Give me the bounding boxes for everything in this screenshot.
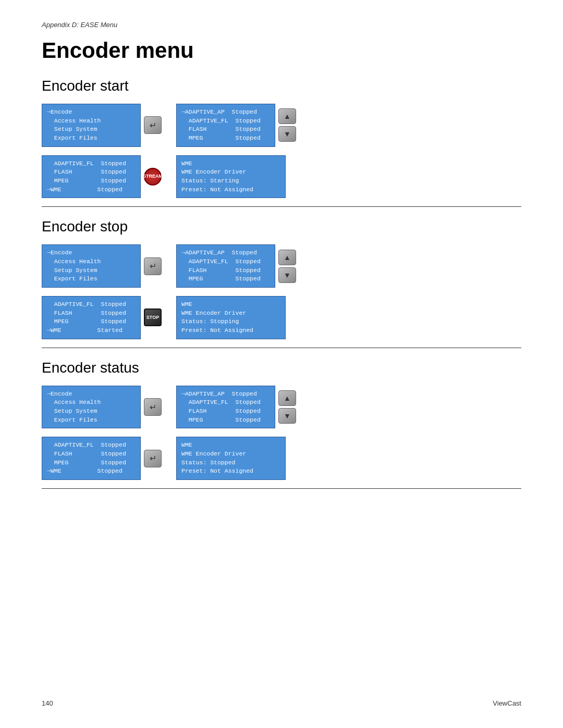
stop-row1-right: →ADAPTIVE_AP Stopped ADAPTIVE_FL Stopped… [176, 244, 296, 288]
start-left-screen-2: ADAPTIVE_FL Stopped FLASH Stopped MPEG S… [42, 155, 141, 199]
stop-left-screen-2: ADAPTIVE_FL Stopped FLASH Stopped MPEG S… [42, 296, 141, 339]
section-title-status: Encoder status [42, 360, 521, 376]
status-info-screen-2: WME WME Encoder Driver Status: Stopped P… [176, 437, 286, 480]
nav-buttons-stop1[interactable]: ▲ ▼ [278, 250, 296, 283]
nav-up-start1[interactable]: ▲ [278, 108, 296, 124]
status-row2-left: ADAPTIVE_FL Stopped FLASH Stopped MPEG S… [42, 437, 162, 480]
page-title: Encoder menu [42, 38, 521, 63]
status-row2-right: WME WME Encoder Driver Status: Stopped P… [176, 437, 286, 480]
encoder-stop-section: Encoder stop →Encode Access Health Setup… [42, 218, 521, 339]
footer: 140 ViewCast [42, 699, 521, 707]
encoder-start-section: Encoder start →Encode Access Health Setu… [42, 78, 521, 198]
status-row-1: →Encode Access Health Setup System Expor… [42, 386, 521, 429]
nav-down-start1[interactable]: ▼ [278, 126, 296, 142]
start-row-2: ADAPTIVE_FL Stopped FLASH Stopped MPEG S… [42, 155, 521, 199]
divider-status [42, 488, 521, 489]
section-title-start: Encoder start [42, 78, 521, 94]
start-row-1: →Encode Access Health Setup System Expor… [42, 104, 521, 147]
enter-button-stop1[interactable]: ↵ [144, 257, 162, 275]
start-right-screen-1: →ADAPTIVE_AP Stopped ADAPTIVE_FL Stopped… [176, 104, 275, 147]
stop-row-1: →Encode Access Health Setup System Expor… [42, 244, 521, 288]
status-row1-left: →Encode Access Health Setup System Expor… [42, 386, 162, 429]
status-left-screen-2: ADAPTIVE_FL Stopped FLASH Stopped MPEG S… [42, 437, 141, 480]
section-title-stop: Encoder stop [42, 218, 521, 235]
stop-row2-right: WME WME Encoder Driver Status: Stopping … [176, 296, 286, 339]
enter-button-start1[interactable]: ↵ [144, 116, 162, 134]
start-info-screen-2: WME WME Encoder Driver Status: Starting … [176, 155, 286, 199]
start-row2-left: ADAPTIVE_FL Stopped FLASH Stopped MPEG S… [42, 155, 162, 199]
nav-buttons-status1[interactable]: ▲ ▼ [278, 390, 296, 424]
nav-buttons-start1[interactable]: ▲ ▼ [278, 108, 296, 142]
nav-down-status1[interactable]: ▼ [278, 408, 296, 424]
brand-name: ViewCast [493, 699, 521, 707]
start-row1-right: →ADAPTIVE_AP Stopped ADAPTIVE_FL Stopped… [176, 104, 296, 147]
stop-row2-left: ADAPTIVE_FL Stopped FLASH Stopped MPEG S… [42, 296, 162, 339]
nav-down-stop1[interactable]: ▼ [278, 267, 296, 283]
status-left-screen-1: →Encode Access Health Setup System Expor… [42, 386, 141, 429]
nav-up-status1[interactable]: ▲ [278, 390, 296, 406]
status-row1-right: →ADAPTIVE_AP Stopped ADAPTIVE_FL Stopped… [176, 386, 296, 429]
stop-row1-left: →Encode Access Health Setup System Expor… [42, 244, 162, 288]
stream-button-start[interactable]: STREAM [144, 168, 162, 186]
enter-button-status1[interactable]: ↵ [144, 398, 162, 416]
stop-info-screen-2: WME WME Encoder Driver Status: Stopping … [176, 296, 286, 339]
start-row2-right: WME WME Encoder Driver Status: Starting … [176, 155, 286, 199]
enter-button-status2[interactable]: ↵ [144, 450, 162, 467]
encoder-status-section: Encoder status →Encode Access Health Set… [42, 360, 521, 480]
stop-button[interactable]: STOP [144, 309, 162, 326]
start-row1-left: →Encode Access Health Setup System Expor… [42, 104, 162, 147]
status-right-screen-1: →ADAPTIVE_AP Stopped ADAPTIVE_FL Stopped… [176, 386, 275, 429]
page-number: 140 [42, 699, 53, 707]
divider-stop [42, 348, 521, 348]
stop-right-screen-1: →ADAPTIVE_AP Stopped ADAPTIVE_FL Stopped… [176, 244, 275, 288]
start-left-screen-1: →Encode Access Health Setup System Expor… [42, 104, 141, 147]
stop-row-2: ADAPTIVE_FL Stopped FLASH Stopped MPEG S… [42, 296, 521, 339]
nav-up-stop1[interactable]: ▲ [278, 250, 296, 265]
stop-left-screen-1: →Encode Access Health Setup System Expor… [42, 244, 141, 288]
divider-start [42, 206, 521, 207]
status-row-2: ADAPTIVE_FL Stopped FLASH Stopped MPEG S… [42, 437, 521, 480]
appendix-label: Appendix D: EASE Menu [42, 21, 521, 29]
